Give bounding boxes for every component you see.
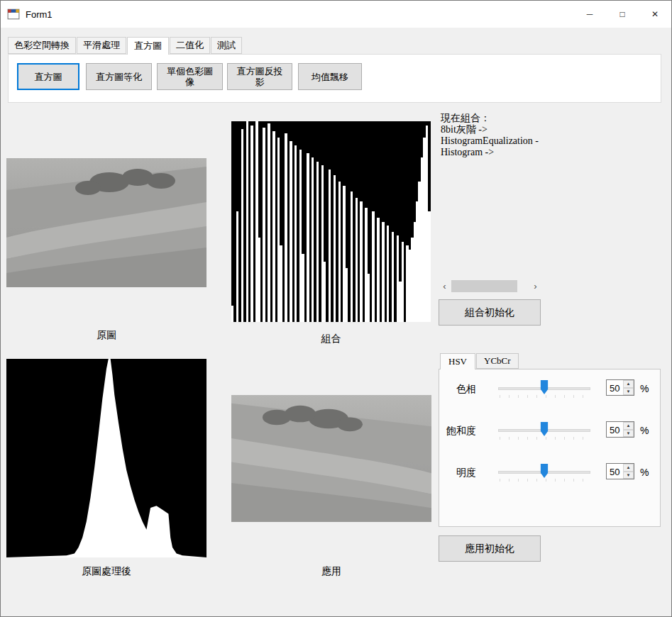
- spinner-up-icon[interactable]: ▲: [623, 464, 634, 472]
- value-value[interactable]: 50: [607, 464, 623, 479]
- value-unit-label: %: [640, 467, 649, 478]
- slider-thumb[interactable]: [541, 464, 549, 478]
- app-icon: [7, 8, 20, 21]
- tab-binarization[interactable]: 二值化: [170, 37, 210, 54]
- value-numeric-updown[interactable]: 50 ▲ ▼: [606, 463, 634, 479]
- saturation-slider-row: 飽和度 50 ▲ ▼ %: [439, 417, 660, 457]
- back-projection-button[interactable]: 直方圖反投 影: [227, 63, 292, 90]
- tab-histogram[interactable]: 直方圖: [127, 37, 169, 55]
- combination-init-button[interactable]: 組合初始化: [439, 299, 541, 326]
- spinner-up-icon[interactable]: ▲: [623, 380, 634, 388]
- spinner: ▲ ▼: [623, 422, 634, 437]
- scroll-right-icon[interactable]: ›: [529, 280, 541, 292]
- tab-hsv[interactable]: HSV: [440, 353, 475, 369]
- value-slider-row: 明度 50 ▲ ▼ %: [439, 459, 660, 499]
- form-window: Form1 ─ □ ✕ 色彩空間轉換 平滑處理 直方圖 二值化 測試 直方圖 直…: [0, 0, 672, 617]
- slider-ticks: [500, 479, 589, 482]
- combination-scrollbar: ‹ ›: [439, 280, 541, 292]
- caption-combination: 組合: [231, 333, 431, 345]
- spinner: ▲ ▼: [623, 464, 634, 479]
- caption-processed: 原圖處理後: [6, 565, 206, 578]
- tab-ycbcr[interactable]: YCbCr: [476, 353, 519, 369]
- slider-ticks: [500, 437, 589, 440]
- titlebar: Form1 ─ □ ✕: [1, 1, 671, 28]
- slider-ticks: [500, 395, 589, 398]
- processed-histogram-shape: [6, 359, 206, 557]
- caption-original: 原圖: [6, 329, 206, 342]
- window-title: Form1: [26, 9, 53, 20]
- hue-unit-label: %: [640, 383, 649, 394]
- tab-test[interactable]: 測試: [211, 37, 242, 54]
- hsv-tabstrip: HSV YCbCr: [440, 354, 519, 369]
- mean-shift-button[interactable]: 均值飄移: [298, 63, 362, 90]
- hsv-panel: 色相 50 ▲ ▼ % 飽和度 50: [439, 369, 661, 527]
- value-label: 明度: [439, 467, 476, 479]
- combination-histogram: [231, 121, 431, 322]
- original-image: [6, 158, 206, 287]
- saturation-slider[interactable]: [498, 417, 590, 447]
- caption-applied: 應用: [231, 565, 431, 578]
- window-controls: ─ □ ✕: [573, 1, 671, 28]
- scrollbar-track[interactable]: [451, 280, 529, 292]
- hue-label: 色相: [439, 383, 476, 396]
- status-line: 現在組合：: [441, 113, 657, 124]
- saturation-label: 飽和度: [439, 425, 476, 438]
- scrollbar-thumb[interactable]: [451, 280, 517, 292]
- single-color-image-button[interactable]: 單個色彩圖 像: [157, 63, 223, 90]
- spinner-up-icon[interactable]: ▲: [623, 422, 634, 430]
- saturation-value[interactable]: 50: [607, 422, 623, 437]
- scroll-left-icon[interactable]: ‹: [439, 280, 451, 292]
- slider-thumb[interactable]: [541, 422, 549, 436]
- apply-init-button[interactable]: 應用初始化: [439, 535, 541, 562]
- tab-color-space[interactable]: 色彩空間轉換: [8, 37, 76, 54]
- maximize-button[interactable]: □: [606, 1, 639, 28]
- status-line: Histogram ->: [441, 147, 657, 158]
- histogram-equalization-button[interactable]: 直方圖等化: [86, 63, 152, 90]
- applied-image: [231, 395, 431, 522]
- main-tabstrip: 色彩空間轉換 平滑處理 直方圖 二值化 測試: [8, 38, 243, 55]
- hue-value[interactable]: 50: [607, 380, 623, 395]
- spinner-down-icon[interactable]: ▼: [623, 472, 634, 479]
- combination-status: 現在組合： 8bit灰階 -> HistogramEqualization - …: [441, 113, 657, 158]
- minimize-button[interactable]: ─: [573, 1, 606, 28]
- processed-histogram: [6, 359, 206, 557]
- status-line: 8bit灰階 ->: [441, 124, 657, 135]
- histogram-button[interactable]: 直方圖: [17, 63, 79, 90]
- toolbar-panel: 直方圖 直方圖等化 單個色彩圖 像 直方圖反投 影 均值飄移: [8, 54, 661, 103]
- hue-numeric-updown[interactable]: 50 ▲ ▼: [606, 379, 634, 396]
- close-button[interactable]: ✕: [639, 1, 671, 28]
- slider-thumb[interactable]: [541, 380, 549, 394]
- combination-histogram-bars: [231, 121, 431, 322]
- hue-slider-row: 色相 50 ▲ ▼ %: [439, 375, 660, 415]
- spinner: ▲ ▼: [623, 380, 634, 395]
- spinner-down-icon[interactable]: ▼: [623, 430, 634, 438]
- tab-smoothing[interactable]: 平滑處理: [77, 37, 126, 54]
- saturation-unit-label: %: [640, 425, 649, 436]
- spinner-down-icon[interactable]: ▼: [623, 388, 634, 396]
- status-line: HistogramEqualization -: [441, 135, 657, 147]
- hue-slider[interactable]: [498, 375, 590, 405]
- value-slider[interactable]: [498, 459, 590, 489]
- saturation-numeric-updown[interactable]: 50 ▲ ▼: [606, 421, 634, 438]
